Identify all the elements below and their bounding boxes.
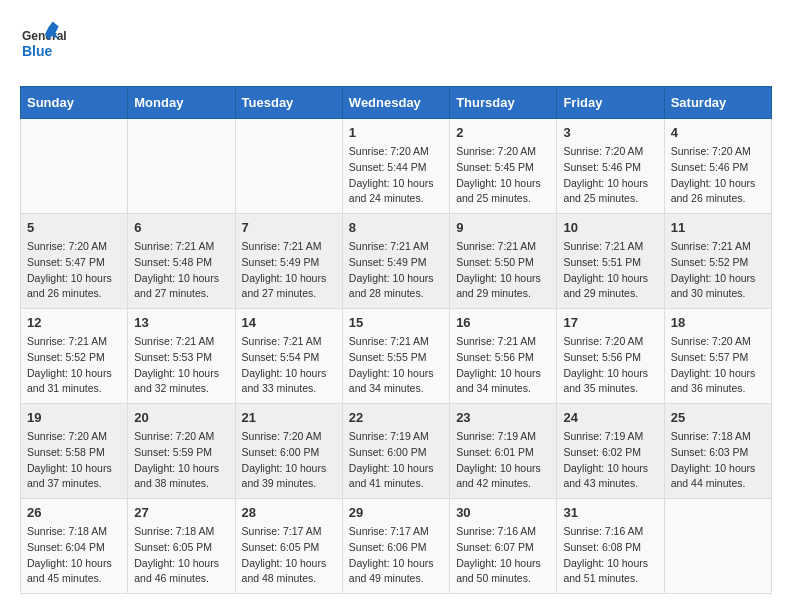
day-number: 6 <box>134 220 228 235</box>
day-info: Sunrise: 7:17 AMSunset: 6:05 PMDaylight:… <box>242 524 336 587</box>
calendar-cell: 12Sunrise: 7:21 AMSunset: 5:52 PMDayligh… <box>21 309 128 404</box>
day-number: 8 <box>349 220 443 235</box>
day-header-thursday: Thursday <box>450 87 557 119</box>
calendar-cell: 4Sunrise: 7:20 AMSunset: 5:46 PMDaylight… <box>664 119 771 214</box>
calendar-cell: 14Sunrise: 7:21 AMSunset: 5:54 PMDayligh… <box>235 309 342 404</box>
calendar-cell: 20Sunrise: 7:20 AMSunset: 5:59 PMDayligh… <box>128 404 235 499</box>
day-number: 24 <box>563 410 657 425</box>
day-number: 23 <box>456 410 550 425</box>
calendar-cell: 26Sunrise: 7:18 AMSunset: 6:04 PMDayligh… <box>21 499 128 594</box>
calendar-cell: 8Sunrise: 7:21 AMSunset: 5:49 PMDaylight… <box>342 214 449 309</box>
day-info: Sunrise: 7:20 AMSunset: 5:46 PMDaylight:… <box>563 144 657 207</box>
day-info: Sunrise: 7:21 AMSunset: 5:52 PMDaylight:… <box>27 334 121 397</box>
calendar-cell: 27Sunrise: 7:18 AMSunset: 6:05 PMDayligh… <box>128 499 235 594</box>
calendar-cell: 7Sunrise: 7:21 AMSunset: 5:49 PMDaylight… <box>235 214 342 309</box>
day-info: Sunrise: 7:18 AMSunset: 6:05 PMDaylight:… <box>134 524 228 587</box>
day-number: 14 <box>242 315 336 330</box>
logo-svg: General Blue <box>20 20 70 70</box>
calendar-cell <box>664 499 771 594</box>
page-header: General Blue <box>20 20 772 70</box>
calendar-cell: 24Sunrise: 7:19 AMSunset: 6:02 PMDayligh… <box>557 404 664 499</box>
day-info: Sunrise: 7:21 AMSunset: 5:56 PMDaylight:… <box>456 334 550 397</box>
day-number: 31 <box>563 505 657 520</box>
calendar-table: SundayMondayTuesdayWednesdayThursdayFrid… <box>20 86 772 594</box>
calendar-cell: 25Sunrise: 7:18 AMSunset: 6:03 PMDayligh… <box>664 404 771 499</box>
day-info: Sunrise: 7:19 AMSunset: 6:00 PMDaylight:… <box>349 429 443 492</box>
calendar-cell: 17Sunrise: 7:20 AMSunset: 5:56 PMDayligh… <box>557 309 664 404</box>
day-info: Sunrise: 7:19 AMSunset: 6:02 PMDaylight:… <box>563 429 657 492</box>
day-info: Sunrise: 7:17 AMSunset: 6:06 PMDaylight:… <box>349 524 443 587</box>
day-info: Sunrise: 7:21 AMSunset: 5:55 PMDaylight:… <box>349 334 443 397</box>
logo: General Blue <box>20 20 70 70</box>
day-info: Sunrise: 7:19 AMSunset: 6:01 PMDaylight:… <box>456 429 550 492</box>
day-number: 2 <box>456 125 550 140</box>
day-info: Sunrise: 7:21 AMSunset: 5:49 PMDaylight:… <box>242 239 336 302</box>
day-info: Sunrise: 7:18 AMSunset: 6:03 PMDaylight:… <box>671 429 765 492</box>
calendar-cell: 21Sunrise: 7:20 AMSunset: 6:00 PMDayligh… <box>235 404 342 499</box>
day-info: Sunrise: 7:20 AMSunset: 5:56 PMDaylight:… <box>563 334 657 397</box>
calendar-cell: 5Sunrise: 7:20 AMSunset: 5:47 PMDaylight… <box>21 214 128 309</box>
day-number: 26 <box>27 505 121 520</box>
week-row-5: 26Sunrise: 7:18 AMSunset: 6:04 PMDayligh… <box>21 499 772 594</box>
calendar-cell: 23Sunrise: 7:19 AMSunset: 6:01 PMDayligh… <box>450 404 557 499</box>
day-number: 16 <box>456 315 550 330</box>
week-row-2: 5Sunrise: 7:20 AMSunset: 5:47 PMDaylight… <box>21 214 772 309</box>
day-number: 19 <box>27 410 121 425</box>
day-info: Sunrise: 7:21 AMSunset: 5:53 PMDaylight:… <box>134 334 228 397</box>
day-number: 10 <box>563 220 657 235</box>
day-number: 28 <box>242 505 336 520</box>
day-info: Sunrise: 7:20 AMSunset: 5:46 PMDaylight:… <box>671 144 765 207</box>
day-header-monday: Monday <box>128 87 235 119</box>
day-number: 30 <box>456 505 550 520</box>
calendar-cell: 3Sunrise: 7:20 AMSunset: 5:46 PMDaylight… <box>557 119 664 214</box>
day-info: Sunrise: 7:20 AMSunset: 5:45 PMDaylight:… <box>456 144 550 207</box>
day-number: 20 <box>134 410 228 425</box>
calendar-cell: 6Sunrise: 7:21 AMSunset: 5:48 PMDaylight… <box>128 214 235 309</box>
week-row-3: 12Sunrise: 7:21 AMSunset: 5:52 PMDayligh… <box>21 309 772 404</box>
day-number: 15 <box>349 315 443 330</box>
day-header-tuesday: Tuesday <box>235 87 342 119</box>
calendar-cell: 31Sunrise: 7:16 AMSunset: 6:08 PMDayligh… <box>557 499 664 594</box>
day-info: Sunrise: 7:20 AMSunset: 5:58 PMDaylight:… <box>27 429 121 492</box>
day-number: 11 <box>671 220 765 235</box>
day-number: 5 <box>27 220 121 235</box>
svg-text:Blue: Blue <box>22 43 53 59</box>
day-number: 25 <box>671 410 765 425</box>
day-number: 3 <box>563 125 657 140</box>
calendar-cell: 9Sunrise: 7:21 AMSunset: 5:50 PMDaylight… <box>450 214 557 309</box>
week-row-4: 19Sunrise: 7:20 AMSunset: 5:58 PMDayligh… <box>21 404 772 499</box>
day-header-saturday: Saturday <box>664 87 771 119</box>
day-info: Sunrise: 7:21 AMSunset: 5:52 PMDaylight:… <box>671 239 765 302</box>
day-info: Sunrise: 7:20 AMSunset: 6:00 PMDaylight:… <box>242 429 336 492</box>
day-number: 1 <box>349 125 443 140</box>
day-number: 17 <box>563 315 657 330</box>
day-info: Sunrise: 7:20 AMSunset: 5:47 PMDaylight:… <box>27 239 121 302</box>
day-header-friday: Friday <box>557 87 664 119</box>
svg-text:General: General <box>22 29 67 43</box>
calendar-cell <box>235 119 342 214</box>
day-number: 18 <box>671 315 765 330</box>
day-info: Sunrise: 7:20 AMSunset: 5:59 PMDaylight:… <box>134 429 228 492</box>
day-info: Sunrise: 7:20 AMSunset: 5:44 PMDaylight:… <box>349 144 443 207</box>
calendar-cell: 10Sunrise: 7:21 AMSunset: 5:51 PMDayligh… <box>557 214 664 309</box>
day-info: Sunrise: 7:21 AMSunset: 5:51 PMDaylight:… <box>563 239 657 302</box>
day-header-row: SundayMondayTuesdayWednesdayThursdayFrid… <box>21 87 772 119</box>
calendar-cell: 11Sunrise: 7:21 AMSunset: 5:52 PMDayligh… <box>664 214 771 309</box>
day-info: Sunrise: 7:16 AMSunset: 6:07 PMDaylight:… <box>456 524 550 587</box>
calendar-cell: 29Sunrise: 7:17 AMSunset: 6:06 PMDayligh… <box>342 499 449 594</box>
day-number: 7 <box>242 220 336 235</box>
calendar-cell <box>21 119 128 214</box>
day-number: 13 <box>134 315 228 330</box>
day-number: 27 <box>134 505 228 520</box>
calendar-cell: 28Sunrise: 7:17 AMSunset: 6:05 PMDayligh… <box>235 499 342 594</box>
day-info: Sunrise: 7:21 AMSunset: 5:54 PMDaylight:… <box>242 334 336 397</box>
day-number: 12 <box>27 315 121 330</box>
day-info: Sunrise: 7:20 AMSunset: 5:57 PMDaylight:… <box>671 334 765 397</box>
day-number: 4 <box>671 125 765 140</box>
day-number: 9 <box>456 220 550 235</box>
day-header-wednesday: Wednesday <box>342 87 449 119</box>
day-number: 29 <box>349 505 443 520</box>
day-info: Sunrise: 7:21 AMSunset: 5:50 PMDaylight:… <box>456 239 550 302</box>
calendar-cell: 1Sunrise: 7:20 AMSunset: 5:44 PMDaylight… <box>342 119 449 214</box>
calendar-cell: 13Sunrise: 7:21 AMSunset: 5:53 PMDayligh… <box>128 309 235 404</box>
